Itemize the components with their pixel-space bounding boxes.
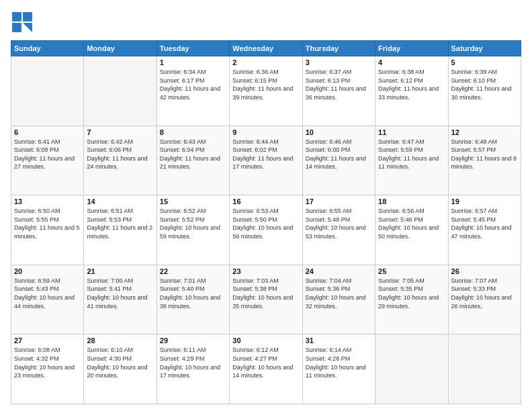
day-info: Sunrise: 6:46 AM Sunset: 6:00 PM Dayligh… xyxy=(306,138,372,171)
calendar-cell: 21Sunrise: 7:00 AM Sunset: 5:41 PM Dayli… xyxy=(84,265,157,334)
calendar-cell: 14Sunrise: 6:51 AM Sunset: 5:53 PM Dayli… xyxy=(84,195,157,265)
day-info: Sunrise: 7:01 AM Sunset: 5:40 PM Dayligh… xyxy=(160,277,226,310)
calendar-cell: 17Sunrise: 6:55 AM Sunset: 5:48 PM Dayli… xyxy=(302,195,375,265)
day-info: Sunrise: 6:41 AM Sunset: 6:08 PM Dayligh… xyxy=(14,138,81,171)
day-info: Sunrise: 7:03 AM Sunset: 5:38 PM Dayligh… xyxy=(232,277,299,310)
svg-marker-3 xyxy=(23,23,32,32)
calendar-cell: 31Sunrise: 6:14 AM Sunset: 4:26 PM Dayli… xyxy=(302,334,375,404)
svg-rect-2 xyxy=(12,23,21,32)
day-number: 7 xyxy=(87,128,153,136)
day-number: 21 xyxy=(87,267,153,275)
col-sunday: Sunday xyxy=(11,41,84,56)
calendar-cell: 19Sunrise: 6:57 AM Sunset: 5:45 PM Dayli… xyxy=(448,195,521,265)
calendar-week-row: 27Sunrise: 6:08 AM Sunset: 4:32 PM Dayli… xyxy=(11,334,521,404)
logo-icon xyxy=(11,11,34,34)
day-info: Sunrise: 7:05 AM Sunset: 5:35 PM Dayligh… xyxy=(378,277,445,310)
day-info: Sunrise: 7:04 AM Sunset: 5:36 PM Dayligh… xyxy=(306,277,372,310)
day-number: 31 xyxy=(306,336,372,345)
day-info: Sunrise: 6:59 AM Sunset: 5:43 PM Dayligh… xyxy=(14,277,81,310)
day-number: 13 xyxy=(14,197,81,205)
day-info: Sunrise: 6:39 AM Sunset: 6:10 PM Dayligh… xyxy=(451,68,518,101)
day-info: Sunrise: 6:55 AM Sunset: 5:48 PM Dayligh… xyxy=(306,207,372,240)
day-number: 11 xyxy=(378,128,445,136)
calendar-cell: 23Sunrise: 7:03 AM Sunset: 5:38 PM Dayli… xyxy=(230,265,302,334)
day-info: Sunrise: 7:07 AM Sunset: 5:33 PM Dayligh… xyxy=(451,277,518,310)
calendar-cell: 9Sunrise: 6:44 AM Sunset: 6:02 PM Daylig… xyxy=(230,126,302,195)
calendar-cell xyxy=(375,334,448,404)
calendar-cell: 18Sunrise: 6:56 AM Sunset: 5:46 PM Dayli… xyxy=(375,195,448,265)
calendar-cell: 10Sunrise: 6:46 AM Sunset: 6:00 PM Dayli… xyxy=(302,126,375,195)
day-info: Sunrise: 6:08 AM Sunset: 4:32 PM Dayligh… xyxy=(14,346,81,379)
calendar-cell xyxy=(84,56,157,126)
calendar-cell: 15Sunrise: 6:52 AM Sunset: 5:52 PM Dayli… xyxy=(157,195,229,265)
day-info: Sunrise: 6:51 AM Sunset: 5:53 PM Dayligh… xyxy=(87,207,153,240)
day-info: Sunrise: 6:47 AM Sunset: 5:59 PM Dayligh… xyxy=(378,138,445,171)
calendar-cell: 13Sunrise: 6:50 AM Sunset: 5:55 PM Dayli… xyxy=(11,195,84,265)
calendar-cell: 26Sunrise: 7:07 AM Sunset: 5:33 PM Dayli… xyxy=(448,265,521,334)
col-tuesday: Tuesday xyxy=(157,41,229,56)
calendar-cell: 29Sunrise: 6:11 AM Sunset: 4:29 PM Dayli… xyxy=(157,334,229,404)
day-number: 28 xyxy=(87,336,153,345)
day-number: 1 xyxy=(160,58,226,66)
day-number: 12 xyxy=(451,128,518,136)
col-monday: Monday xyxy=(84,41,157,56)
day-info: Sunrise: 6:12 AM Sunset: 4:27 PM Dayligh… xyxy=(232,346,299,379)
calendar-cell: 27Sunrise: 6:08 AM Sunset: 4:32 PM Dayli… xyxy=(11,334,84,404)
day-number: 2 xyxy=(232,58,299,66)
day-number: 20 xyxy=(14,267,81,275)
day-info: Sunrise: 7:00 AM Sunset: 5:41 PM Dayligh… xyxy=(87,277,153,310)
day-number: 4 xyxy=(378,58,445,66)
day-number: 9 xyxy=(232,128,299,136)
page: Sunday Monday Tuesday Wednesday Thursday… xyxy=(0,0,532,411)
day-number: 27 xyxy=(14,336,81,345)
day-info: Sunrise: 6:53 AM Sunset: 5:50 PM Dayligh… xyxy=(232,207,299,240)
day-info: Sunrise: 6:38 AM Sunset: 6:12 PM Dayligh… xyxy=(378,68,445,101)
day-info: Sunrise: 6:34 AM Sunset: 6:17 PM Dayligh… xyxy=(160,68,226,101)
calendar-cell: 22Sunrise: 7:01 AM Sunset: 5:40 PM Dayli… xyxy=(157,265,229,334)
day-info: Sunrise: 6:57 AM Sunset: 5:45 PM Dayligh… xyxy=(451,207,518,240)
day-number: 23 xyxy=(232,267,299,275)
calendar-week-row: 13Sunrise: 6:50 AM Sunset: 5:55 PM Dayli… xyxy=(11,195,521,265)
calendar-week-row: 6Sunrise: 6:41 AM Sunset: 6:08 PM Daylig… xyxy=(11,126,521,195)
col-thursday: Thursday xyxy=(302,41,375,56)
calendar-cell: 3Sunrise: 6:37 AM Sunset: 6:13 PM Daylig… xyxy=(302,56,375,126)
col-wednesday: Wednesday xyxy=(230,41,302,56)
day-number: 25 xyxy=(378,267,445,275)
day-info: Sunrise: 6:50 AM Sunset: 5:55 PM Dayligh… xyxy=(14,207,81,240)
day-info: Sunrise: 6:52 AM Sunset: 5:52 PM Dayligh… xyxy=(160,207,226,240)
calendar-cell: 6Sunrise: 6:41 AM Sunset: 6:08 PM Daylig… xyxy=(11,126,84,195)
day-number: 18 xyxy=(378,197,445,205)
calendar-cell: 11Sunrise: 6:47 AM Sunset: 5:59 PM Dayli… xyxy=(375,126,448,195)
day-info: Sunrise: 6:14 AM Sunset: 4:26 PM Dayligh… xyxy=(306,346,372,379)
calendar-header-row: Sunday Monday Tuesday Wednesday Thursday… xyxy=(11,41,521,56)
calendar-cell: 2Sunrise: 6:36 AM Sunset: 6:15 PM Daylig… xyxy=(230,56,302,126)
calendar-cell: 24Sunrise: 7:04 AM Sunset: 5:36 PM Dayli… xyxy=(302,265,375,334)
day-info: Sunrise: 6:43 AM Sunset: 6:04 PM Dayligh… xyxy=(160,138,226,171)
day-number: 14 xyxy=(87,197,153,205)
calendar-cell: 12Sunrise: 6:48 AM Sunset: 5:57 PM Dayli… xyxy=(448,126,521,195)
day-number: 19 xyxy=(451,197,518,205)
day-info: Sunrise: 6:10 AM Sunset: 4:30 PM Dayligh… xyxy=(87,346,153,379)
day-number: 30 xyxy=(232,336,299,345)
day-number: 17 xyxy=(306,197,372,205)
calendar-cell: 16Sunrise: 6:53 AM Sunset: 5:50 PM Dayli… xyxy=(230,195,302,265)
day-info: Sunrise: 6:37 AM Sunset: 6:13 PM Dayligh… xyxy=(306,68,372,101)
calendar-week-row: 1Sunrise: 6:34 AM Sunset: 6:17 PM Daylig… xyxy=(11,56,521,126)
day-number: 6 xyxy=(14,128,81,136)
svg-rect-0 xyxy=(12,12,21,21)
calendar-week-row: 20Sunrise: 6:59 AM Sunset: 5:43 PM Dayli… xyxy=(11,265,521,334)
calendar-cell: 4Sunrise: 6:38 AM Sunset: 6:12 PM Daylig… xyxy=(375,56,448,126)
day-info: Sunrise: 6:36 AM Sunset: 6:15 PM Dayligh… xyxy=(232,68,299,101)
calendar-cell xyxy=(448,334,521,404)
svg-rect-1 xyxy=(23,12,32,21)
day-number: 10 xyxy=(306,128,372,136)
calendar-cell: 20Sunrise: 6:59 AM Sunset: 5:43 PM Dayli… xyxy=(11,265,84,334)
calendar-cell: 1Sunrise: 6:34 AM Sunset: 6:17 PM Daylig… xyxy=(157,56,229,126)
calendar-table: Sunday Monday Tuesday Wednesday Thursday… xyxy=(11,40,521,404)
day-number: 16 xyxy=(232,197,299,205)
col-friday: Friday xyxy=(375,41,448,56)
day-info: Sunrise: 6:44 AM Sunset: 6:02 PM Dayligh… xyxy=(232,138,299,171)
day-number: 29 xyxy=(160,336,226,345)
calendar-cell: 8Sunrise: 6:43 AM Sunset: 6:04 PM Daylig… xyxy=(157,126,229,195)
day-number: 15 xyxy=(160,197,226,205)
